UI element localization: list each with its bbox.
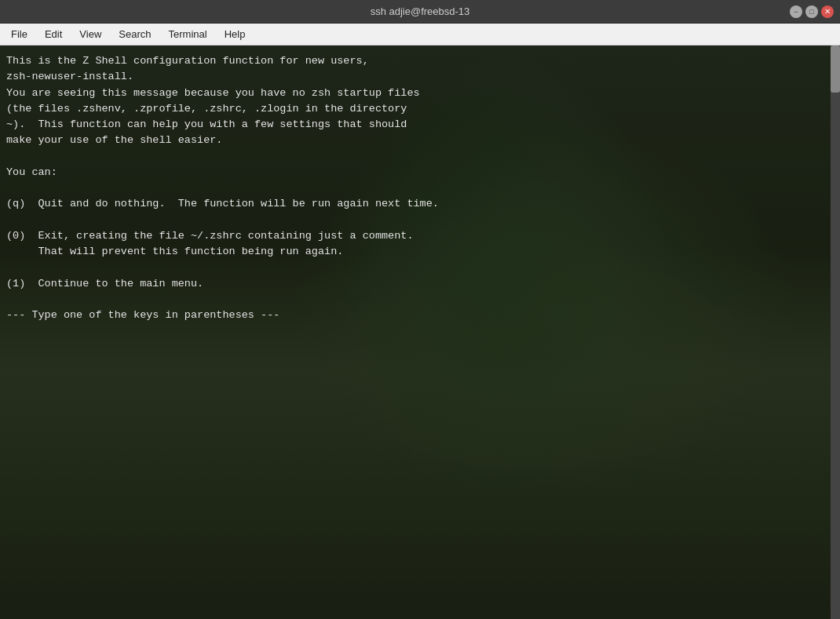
terminal-output: This is the Z Shell configuration functi… — [0, 46, 840, 619]
menu-file[interactable]: File — [3, 27, 35, 42]
window-title: ssh adjie@freebsd-13 — [371, 5, 470, 17]
menu-terminal[interactable]: Terminal — [161, 27, 215, 42]
main-window: ssh adjie@freebsd-13 − □ ✕ File Edit Vie… — [0, 0, 840, 619]
menu-view[interactable]: View — [71, 27, 109, 42]
maximize-button[interactable]: □ — [805, 5, 818, 18]
menu-search[interactable]: Search — [111, 27, 159, 42]
window-controls: − □ ✕ — [790, 5, 834, 18]
title-bar: ssh adjie@freebsd-13 − □ ✕ — [0, 0, 840, 24]
terminal-area[interactable]: This is the Z Shell configuration functi… — [0, 46, 840, 619]
scrollbar-thumb[interactable] — [831, 46, 840, 93]
minimize-button[interactable]: − — [790, 5, 802, 18]
scrollbar-track[interactable] — [831, 46, 840, 619]
menu-edit[interactable]: Edit — [37, 27, 70, 42]
menu-bar: File Edit View Search Terminal Help — [0, 24, 840, 46]
close-button[interactable]: ✕ — [821, 5, 834, 18]
menu-help[interactable]: Help — [217, 27, 254, 42]
